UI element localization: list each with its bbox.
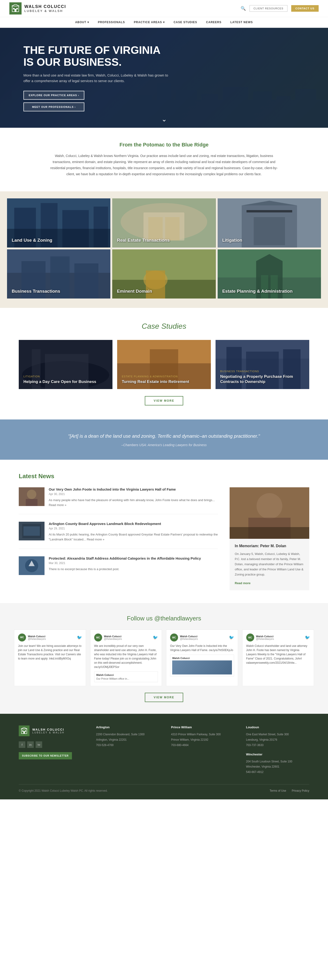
news-sidebar-title: In Memoriam: Peter M. Dolan bbox=[235, 544, 304, 548]
news-sidebar-read-more[interactable]: Read more bbox=[235, 581, 250, 585]
nav-item-practice-areas[interactable]: PRACTICE AREAS ▾ bbox=[131, 17, 168, 27]
news-thumb-1 bbox=[19, 522, 45, 541]
tweet-text-3: Walsh Colucci shareholder and land use a… bbox=[246, 644, 310, 665]
case-studies-section: Case Studies Litigation Helping a Day Ca… bbox=[0, 308, 328, 420]
footer-links: Terms of Use Privacy Policy bbox=[270, 789, 309, 792]
practice-card-eminent[interactable]: Eminent Domain bbox=[112, 250, 216, 299]
news-thumb-2 bbox=[19, 556, 45, 575]
practice-card-land-use[interactable]: Land Use & Zoning bbox=[7, 198, 110, 248]
tweet-nested-2: Walsh Colucci bbox=[170, 655, 234, 676]
search-button[interactable]: 🔍 bbox=[241, 6, 246, 11]
latest-news-section: Latest News Our Very Own John Foote is I… bbox=[0, 460, 328, 603]
svg-rect-29 bbox=[165, 217, 180, 240]
footer-logo-text: WALSH COLUCCI LUBELEY & WALSH bbox=[32, 728, 64, 734]
hero-chevron-down: ⌄ bbox=[162, 115, 167, 123]
tweet-name-handle-2: Walsh Colucci @thelandlawyers bbox=[180, 635, 198, 640]
footer-terms-link[interactable]: Terms of Use bbox=[270, 789, 286, 792]
quote-text: "[Art] is a dean of the land use and zon… bbox=[59, 432, 269, 440]
header: WALSH COLUCCI LUBELEY & WALSH 🔍 CLIENT R… bbox=[0, 0, 328, 17]
footer-linkedin-icon[interactable]: in bbox=[27, 741, 34, 748]
tweet-card-3: WC Walsh Colucci @thelandlawyers 🐦 Walsh… bbox=[242, 630, 314, 686]
quote-section: "[Art] is a dean of the land use and zon… bbox=[0, 420, 328, 460]
explore-practice-areas-button[interactable]: EXPLORE OUR PRACTICE AREAS › bbox=[24, 91, 84, 100]
nav-item-about[interactable]: ABOUT ▾ bbox=[72, 17, 92, 27]
footer-office-arlington: Arlington 2200 Clarendon Boulevard, Suit… bbox=[96, 725, 159, 775]
svg-rect-64 bbox=[26, 499, 37, 506]
news-item-1-date: Apr 29, 2021 bbox=[49, 527, 218, 530]
footer-divider bbox=[19, 784, 309, 784]
news-sidebar-text: On January 5, Walsh, Colucci, Lubeley & … bbox=[235, 551, 304, 577]
quote-source: –Chambers USA: America's Leading Lawyers… bbox=[59, 443, 269, 447]
case-card-litigation[interactable]: Litigation Helping a Day Care Open for B… bbox=[19, 340, 112, 389]
about-title: From the Potomac to the Blue Ridge bbox=[47, 142, 281, 148]
footer-top: WALSH COLUCCI LUBELEY & WALSH f in tw SU… bbox=[19, 725, 309, 775]
svg-rect-28 bbox=[148, 217, 163, 240]
footer-privacy-link[interactable]: Privacy Policy bbox=[292, 789, 309, 792]
meet-professionals-button[interactable]: MEET OUR PROFESSIONALS › bbox=[24, 102, 84, 111]
footer-newsletter-button[interactable]: SUBSCRIBE TO OUR NEWSLETTER bbox=[19, 752, 72, 759]
case-card-estate[interactable]: Estate Planning & Administration Turning… bbox=[117, 340, 211, 389]
twitter-bird-icon-2: 🐦 bbox=[229, 635, 234, 640]
case-card-transactions[interactable]: Business Transactions Negotiating a Prop… bbox=[216, 340, 309, 389]
practice-card-real-estate[interactable]: Real Estate Transactions bbox=[112, 198, 216, 248]
tweet-user-0: WC Walsh Colucci @thelandlawyers bbox=[18, 633, 46, 641]
case-card-transactions-content: Business Transactions Negotiating a Prop… bbox=[220, 370, 305, 384]
tweet-avatar-3: WC bbox=[246, 633, 254, 641]
contact-us-button[interactable]: CONTACT US bbox=[291, 5, 318, 12]
client-resources-button[interactable]: CLIENT RESOURCES bbox=[250, 5, 288, 12]
practice-card-estate[interactable]: Estate Planning & Administration bbox=[218, 250, 321, 299]
practice-card-real-estate-label: Real Estate Transactions bbox=[117, 238, 170, 243]
tweet-card-1: WC Walsh Colucci @thelandlawyers 🐦 We ar… bbox=[90, 630, 162, 686]
footer-bottom: © Copyright 2021 Walsh Colucci Lubeley W… bbox=[19, 789, 309, 792]
nav-item-case-studies[interactable]: CASE STUDIES bbox=[170, 17, 200, 27]
news-sidebar-photo bbox=[230, 487, 309, 539]
news-item-1: Arlington County Board Approves Landmark… bbox=[19, 522, 218, 549]
svg-rect-16 bbox=[253, 91, 272, 128]
news-item-2-title[interactable]: Protected: Alexandria Staff Address Addi… bbox=[49, 556, 201, 560]
footer-office-loudoun-title: Loudoun bbox=[246, 725, 309, 729]
tweet-name-1: Walsh Colucci bbox=[104, 635, 122, 638]
tweet-header-2: WC Walsh Colucci @thelandlawyers 🐦 bbox=[170, 633, 234, 641]
footer-twitter-icon[interactable]: tw bbox=[35, 741, 42, 748]
svg-rect-39 bbox=[74, 263, 98, 299]
tweet-header-1: WC Walsh Colucci @thelandlawyers 🐦 bbox=[94, 633, 158, 641]
tweet-nested-1-text: Our Prince William office in... bbox=[96, 677, 156, 680]
nav-item-latest-news[interactable]: LATEST NEWS bbox=[227, 17, 256, 27]
tweet-header-3: WC Walsh Colucci @thelandlawyers 🐦 bbox=[246, 633, 310, 641]
svg-rect-13 bbox=[176, 90, 197, 128]
practice-card-litigation[interactable]: Litigation bbox=[218, 198, 321, 248]
svg-point-72 bbox=[256, 493, 282, 519]
tweet-handle-3: @thelandlawyers bbox=[256, 638, 274, 640]
news-thumb-1-svg bbox=[19, 522, 45, 541]
nav-item-professionals[interactable]: PROFESSIONALS bbox=[94, 17, 128, 27]
latest-news-title: Latest News bbox=[19, 473, 309, 480]
news-item-0-title[interactable]: Our Very Own John Foote is Inducted into… bbox=[49, 487, 218, 491]
tweet-handle-2: @thelandlawyers bbox=[180, 638, 198, 640]
news-thumb-0-svg bbox=[19, 487, 45, 506]
news-thumb-2-svg bbox=[19, 556, 45, 575]
practice-card-eminent-label: Eminent Domain bbox=[117, 289, 152, 294]
news-item-0-content: Our Very Own John Foote is Inducted into… bbox=[49, 487, 218, 508]
nav-item-careers[interactable]: CAREERS bbox=[203, 17, 225, 27]
case-card-transactions-title: Negotiating a Property Purchase From Con… bbox=[220, 374, 305, 384]
footer-building-icon bbox=[21, 727, 28, 734]
svg-rect-33 bbox=[254, 217, 285, 245]
logo-text: WALSH COLUCCI LUBELEY & WALSH bbox=[24, 4, 66, 13]
case-studies-title: Case Studies bbox=[19, 322, 309, 331]
twitter-section-title: Follow us @thelandlawyers bbox=[14, 615, 314, 622]
case-studies-view-more-button[interactable]: VIEW MORE bbox=[145, 396, 183, 406]
svg-rect-17 bbox=[277, 96, 291, 128]
practice-card-estate-label: Estate Planning & Administration bbox=[222, 289, 293, 294]
case-card-litigation-category: Litigation bbox=[24, 375, 108, 378]
case-studies-grid: Litigation Helping a Day Care Open for B… bbox=[19, 340, 309, 389]
main-nav: ABOUT ▾ PROFESSIONALS PRACTICE AREAS ▾ C… bbox=[0, 17, 328, 28]
svg-rect-48 bbox=[261, 275, 268, 299]
news-item-2-date: Mar 30, 2021 bbox=[49, 562, 201, 565]
hero-content: THE FUTURE OF VIRGINIA IS OUR BUSINESS. … bbox=[24, 44, 169, 111]
practice-card-business[interactable]: Business Transactions bbox=[7, 250, 110, 299]
twitter-view-more-button[interactable]: VIEW MORE bbox=[145, 693, 183, 702]
tweet-avatar-3-icon: WC bbox=[248, 636, 252, 639]
footer-facebook-icon[interactable]: f bbox=[19, 741, 25, 748]
news-item-0: Our Very Own John Foote is Inducted into… bbox=[19, 487, 218, 514]
news-item-1-title[interactable]: Arlington County Board Approves Landmark… bbox=[49, 522, 218, 526]
